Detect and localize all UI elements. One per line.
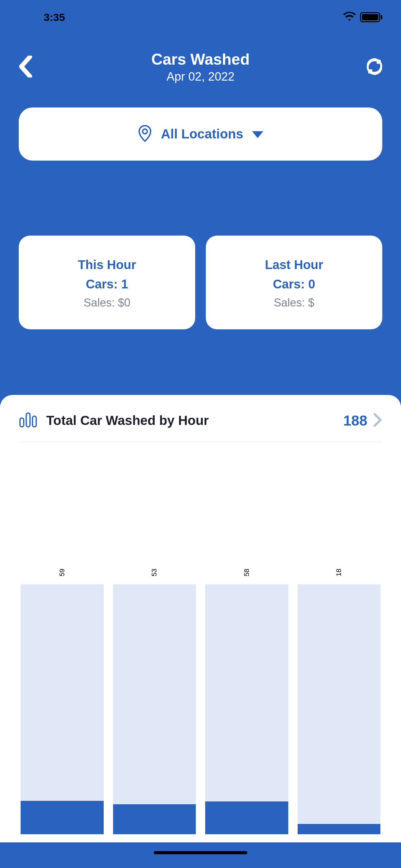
last-hour-card[interactable]: Last Hour Cars: 0 Sales: $	[206, 236, 382, 329]
bar-col[interactable]: 58	[205, 453, 288, 834]
wifi-icon	[343, 11, 356, 24]
status-time: 3:35	[44, 11, 65, 24]
svg-point-0	[143, 129, 147, 134]
bar-foreground	[113, 804, 196, 834]
stat-cards: This Hour Cars: 1 Sales: $0 Last Hour Ca…	[19, 236, 382, 329]
bar-background	[113, 584, 196, 834]
home-indicator[interactable]	[154, 851, 247, 854]
svg-rect-3	[32, 416, 36, 427]
location-pin-icon	[138, 125, 152, 144]
chevron-down-icon	[252, 131, 263, 138]
bar-foreground	[205, 801, 288, 834]
location-label: All Locations	[161, 127, 243, 142]
bar-background	[21, 584, 104, 834]
back-button[interactable]	[19, 56, 32, 79]
location-selector[interactable]: All Locations	[19, 107, 382, 161]
page-title: Cars Washed	[152, 51, 250, 68]
chart-area: 59535818 12 AM1 AM2 AM3 AM	[0, 442, 401, 868]
battery-icon	[360, 12, 382, 22]
bar-background	[298, 584, 381, 834]
bars-icon	[19, 412, 38, 429]
header: Cars Washed Apr 02, 2022	[0, 34, 401, 100]
svg-rect-2	[26, 413, 30, 427]
bar-value-label: 18	[335, 569, 343, 576]
chart-bars: 59535818	[21, 453, 380, 834]
status-bar: 3:35	[0, 0, 401, 34]
card-sales: Sales: $0	[83, 296, 130, 309]
panel-title: Total Car Washed by Hour	[46, 413, 343, 428]
bar-value-label: 59	[58, 569, 66, 576]
bar-col[interactable]: 59	[21, 453, 104, 834]
card-cars: Cars: 0	[273, 275, 315, 293]
status-right	[319, 11, 382, 24]
page-subtitle: Apr 02, 2022	[166, 70, 235, 84]
bar-foreground	[21, 801, 104, 834]
refresh-button[interactable]	[365, 58, 383, 77]
bar-col[interactable]: 18	[298, 453, 381, 834]
card-title: This Hour	[78, 256, 136, 274]
card-title: Last Hour	[265, 256, 323, 274]
bar-background	[205, 584, 288, 834]
svg-rect-1	[20, 418, 24, 427]
bar-value-label: 58	[243, 569, 251, 576]
bar-value-label: 53	[150, 569, 158, 576]
this-hour-card[interactable]: This Hour Cars: 1 Sales: $0	[19, 236, 195, 329]
chart-panel: Total Car Washed by Hour 188 59535818 12…	[0, 395, 401, 868]
bottom-bar	[0, 842, 401, 868]
card-sales: Sales: $	[274, 296, 314, 309]
bar-foreground	[298, 824, 381, 834]
panel-value: 188	[343, 412, 367, 429]
card-cars: Cars: 1	[86, 275, 128, 293]
chevron-right-icon	[373, 413, 382, 428]
panel-header[interactable]: Total Car Washed by Hour 188	[19, 412, 382, 442]
bar-col[interactable]: 53	[113, 453, 196, 834]
status-dots	[319, 16, 334, 19]
